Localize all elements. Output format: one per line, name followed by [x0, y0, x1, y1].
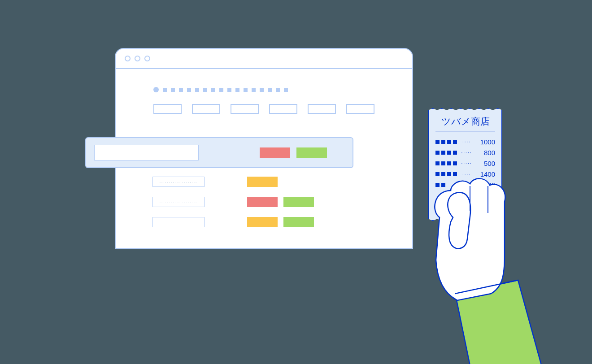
receipt: ツバメ商店 ···· 1000 ····· 800 ····· 500 ····… [428, 108, 502, 221]
row-text-input[interactable]: .................... [152, 197, 205, 207]
progress-dash [252, 88, 256, 92]
receipt-line: ········ 300 [435, 179, 495, 190]
column-box[interactable] [153, 104, 182, 114]
progress-dash [195, 88, 199, 92]
receipt-value: 98 [476, 192, 495, 199]
tag-green[interactable] [283, 217, 314, 227]
data-row[interactable]: .................... [152, 217, 314, 227]
highlighted-text-input[interactable]: ........................................… [94, 145, 199, 160]
progress-dash [219, 88, 223, 92]
data-row[interactable]: .................... [152, 177, 314, 187]
column-headers [153, 104, 374, 114]
receipt-title: ツバメ商店 [435, 115, 495, 131]
progress-dash [260, 88, 264, 92]
tag-yellow[interactable] [247, 177, 278, 187]
progress-dash [203, 88, 207, 92]
column-box[interactable] [308, 104, 336, 114]
row-text-input[interactable]: .................... [152, 177, 205, 187]
progress-dash [227, 88, 231, 92]
progress-indicator [153, 87, 374, 92]
tag-red[interactable] [260, 147, 290, 158]
receipt-value: 800 [476, 149, 495, 156]
column-box[interactable] [231, 104, 259, 114]
progress-dash [171, 88, 175, 92]
data-row[interactable]: .................... [152, 197, 314, 207]
receipt-line: ····· 800 [435, 147, 495, 158]
receipt-value: 498 [476, 203, 495, 210]
receipt-line: ·········· 498 [435, 201, 495, 212]
progress-dash [235, 88, 239, 92]
progress-dash [179, 88, 183, 92]
receipt-value: 300 [476, 181, 495, 189]
window-control-dot[interactable] [125, 56, 131, 61]
tag-green[interactable] [283, 197, 314, 207]
row-text-input[interactable]: .................... [152, 217, 205, 227]
tag-yellow[interactable] [247, 217, 278, 227]
data-rows: .................... ...................… [152, 177, 314, 227]
progress-dash [276, 88, 280, 92]
progress-dash [268, 88, 272, 92]
receipt-line: ··········· 98 [435, 190, 495, 201]
progress-start-dot [153, 87, 159, 92]
tag-red[interactable] [247, 197, 278, 207]
progress-dash [244, 88, 248, 92]
receipt-line: ···· 1400 [435, 169, 495, 179]
column-box[interactable] [346, 104, 374, 114]
progress-dash [211, 88, 215, 92]
window-control-dot[interactable] [144, 56, 150, 61]
receipt-line: ···· 1000 [435, 136, 495, 147]
progress-dash [284, 88, 288, 92]
receipt-value: 500 [476, 160, 495, 167]
column-box[interactable] [192, 104, 220, 114]
progress-dash [163, 88, 167, 92]
receipt-value: 1400 [476, 170, 495, 178]
receipt-line: ····· 500 [435, 158, 495, 169]
receipt-value: 1000 [476, 138, 495, 146]
window-control-dot[interactable] [135, 56, 140, 61]
window-titlebar [116, 49, 412, 69]
column-box[interactable] [269, 104, 297, 114]
progress-dash [187, 88, 191, 92]
highlighted-row[interactable]: ........................................… [85, 137, 353, 168]
tag-green[interactable] [296, 147, 327, 158]
